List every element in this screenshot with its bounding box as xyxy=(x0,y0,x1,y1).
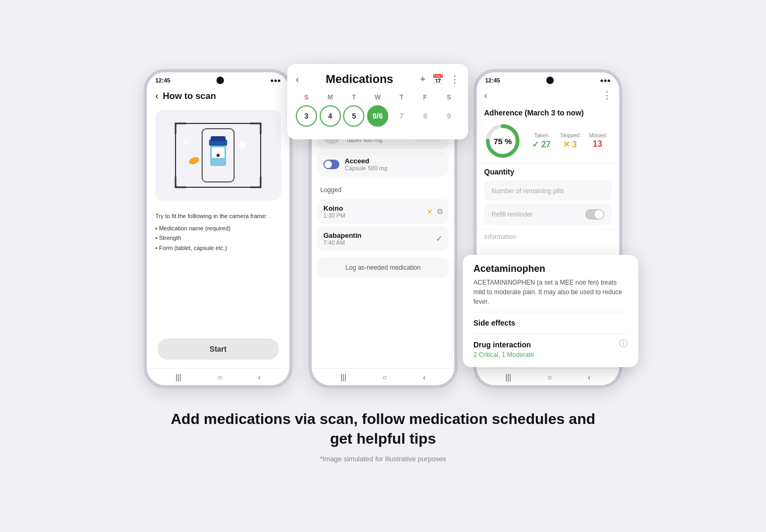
start-button[interactable]: Start xyxy=(157,338,279,360)
popup-calendar-icon[interactable]: 📅 xyxy=(432,73,444,85)
nav-back-icon: ‹ xyxy=(258,373,261,381)
koino-name: Koino xyxy=(323,204,421,212)
koino-delete-icon[interactable]: ✕ xyxy=(427,207,433,216)
taken-label: Taken xyxy=(532,132,551,138)
quantity-field-label: Number of remaining pills xyxy=(492,187,564,195)
phone-1-bottom-nav: ||| ○ ‹ xyxy=(147,368,289,385)
gabapentin-name: Gabapentin xyxy=(323,231,430,239)
svg-point-8 xyxy=(184,139,189,145)
quantity-title: Quantity xyxy=(484,168,612,176)
svg-point-7 xyxy=(238,141,246,148)
week-date-9[interactable]: 9 xyxy=(438,105,460,127)
skipped-value: ✕ 3 xyxy=(560,139,579,149)
week-date-row: 3 4 5 9/6 7 8 9 xyxy=(296,105,460,127)
phone-3-header: ‹ ⋮ xyxy=(477,86,619,104)
quantity-section: Quantity Number of remaining pills Refil… xyxy=(477,163,619,229)
nav-menu-icon: ||| xyxy=(176,373,181,381)
week-date-4[interactable]: 4 xyxy=(320,105,341,127)
acceed-detail: Capsule 500 mg xyxy=(345,165,443,171)
acceed-info: Acceed Capsule 500 mg xyxy=(345,157,443,171)
adherence-title: Adherence (March 3 to now) xyxy=(484,109,612,117)
phone-1-notch xyxy=(217,77,224,84)
phone-3-wrapper: 12:45 ●●● ‹ ⋮ Adherence (March 3 to now) xyxy=(473,69,622,388)
phone-1: 12:45 ●●● ‹ How to scan xyxy=(144,69,293,388)
popup-drug-name: Acetaminophen xyxy=(473,263,628,275)
popup-action-icons: + 📅 ⋮ xyxy=(420,73,460,85)
logged-label: Logged xyxy=(317,183,449,197)
log-as-needed-button[interactable]: Log as-needed medication xyxy=(317,257,449,278)
week-date-today[interactable]: 9/6 xyxy=(367,105,388,127)
phone-2-bottom-nav: ||| ○ ‹ xyxy=(312,368,454,385)
phone-1-time: 12:45 xyxy=(155,77,170,84)
phone-3-bottom-nav: ||| ○ ‹ xyxy=(477,368,619,385)
acceed-name: Acceed xyxy=(345,157,443,165)
week-date-8[interactable]: 8 xyxy=(414,105,436,127)
adherence-chart: 75 % Taken ✓ 27 Skipped ✕ 3 xyxy=(484,122,612,160)
main-caption: Add medications via scan, follow medicat… xyxy=(170,410,596,448)
day-label-mon: M xyxy=(320,94,341,101)
phone-1-status-bar: 12:45 ●●● xyxy=(147,72,289,86)
week-day-labels: S M T W T F S xyxy=(296,94,460,101)
week-date-5[interactable]: 5 xyxy=(343,105,364,127)
pill-bottle-svg xyxy=(165,113,271,198)
scan-instructions: Try to fit the folllowing in the camera … xyxy=(147,205,289,260)
acceed-toggle[interactable] xyxy=(323,160,339,169)
popup-info-icon[interactable]: ⓘ xyxy=(619,338,628,350)
calendar-popup: ‹ Medications + 📅 ⋮ S M T W T F S 3 4 xyxy=(287,64,468,139)
scan-intro-text: Try to fit the folllowing in the camera … xyxy=(155,211,281,221)
phone-1-signal: ●●● xyxy=(270,77,281,84)
popup-interaction-info: Drug interaction 2 Critical, 1 Moderate xyxy=(473,338,534,359)
day-label-fri: F xyxy=(414,94,436,101)
popup-back-icon[interactable]: ‹ xyxy=(296,74,299,85)
day-label-wed: W xyxy=(367,94,388,101)
med-item-acceed: Acceed Capsule 500 mg xyxy=(317,152,449,177)
week-date-3[interactable]: 3 xyxy=(296,105,317,127)
scan-title: How to scan xyxy=(163,91,216,102)
day-label-tue: T xyxy=(343,94,364,101)
popup-interaction-sub: 2 Critical, 1 Moderate xyxy=(473,351,534,359)
week-date-7[interactable]: 7 xyxy=(391,105,412,127)
stat-missed: Missed 13 xyxy=(589,132,606,149)
scan-bullet-2: • Strength xyxy=(155,233,281,243)
adherence-donut: 75 % xyxy=(484,122,521,160)
nav-home-icon-3: ○ xyxy=(547,373,552,381)
popup-divider-2 xyxy=(473,334,628,334)
gabapentin-actions: ✓ xyxy=(436,234,443,244)
skipped-label: Skipped xyxy=(560,132,579,138)
logged-item-gabapentin: Gabapentin 7:40 AM ✓ xyxy=(317,226,449,251)
refill-label: Refill reminder xyxy=(492,211,532,218)
phone-1-screen: 12:45 ●●● ‹ How to scan xyxy=(147,72,289,368)
nav-back-icon-2: ‹ xyxy=(423,373,426,381)
koino-copy-icon[interactable]: ⧉ xyxy=(437,207,443,216)
phones-container: 12:45 ●●● ‹ How to scan xyxy=(144,69,622,388)
phone-3-signal: ●●● xyxy=(600,77,611,84)
day-label-sun: S xyxy=(296,94,317,101)
scan-back-button[interactable]: ‹ xyxy=(155,90,159,102)
day-label-sat: S xyxy=(438,94,460,101)
scan-bullet-3: • Form (tablet, capsule etc.) xyxy=(155,243,281,253)
refill-toggle[interactable] xyxy=(585,209,604,220)
scan-bullet-1: • Medication name (required) xyxy=(155,223,281,234)
gabapentin-check-icon: ✓ xyxy=(436,234,443,244)
missed-label: Missed xyxy=(589,132,606,138)
svg-point-9 xyxy=(217,154,220,157)
popup-more-icon[interactable]: ⋮ xyxy=(450,73,460,85)
stat-taken: Taken ✓ 27 xyxy=(532,132,551,149)
drug-info-popup: Acetaminophen ACETAMININOPHEN (a set a M… xyxy=(463,255,638,367)
adherence-percent: 75 % xyxy=(484,122,521,160)
popup-add-icon[interactable]: + xyxy=(420,74,426,85)
phone-3-back-icon[interactable]: ‹ xyxy=(484,90,487,101)
nav-menu-icon-3: ||| xyxy=(505,373,511,381)
phone-3-more-icon[interactable]: ⋮ xyxy=(602,89,612,101)
nav-home-icon: ○ xyxy=(218,373,222,381)
logged-section: Logged Koino 1:30 PM ✕ ⧉ Gabapen xyxy=(312,181,454,255)
gabapentin-time: 7:40 AM xyxy=(323,239,430,246)
phone-3-notch xyxy=(546,77,554,84)
popup-header: ‹ Medications + 📅 ⋮ xyxy=(296,72,460,86)
quantity-field[interactable]: Number of remaining pills xyxy=(484,180,612,201)
adherence-section: Adherence (March 3 to now) 75 % Taken xyxy=(477,104,619,163)
refill-row: Refill reminder xyxy=(484,204,612,225)
koino-info: Koino 1:30 PM xyxy=(323,204,421,219)
popup-divider-1 xyxy=(473,312,628,312)
popup-interaction-row: Drug interaction 2 Critical, 1 Moderate … xyxy=(473,338,628,359)
